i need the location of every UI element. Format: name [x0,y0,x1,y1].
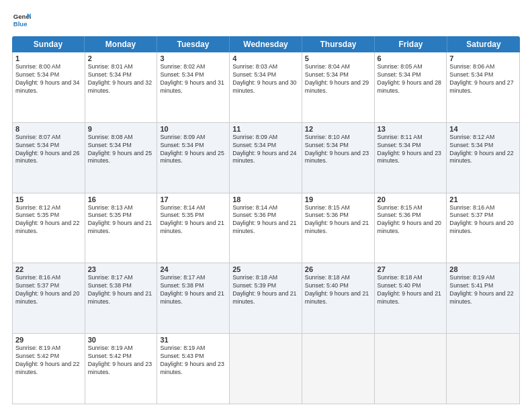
day-number: 6 [378,54,444,62]
calendar-cell: 12Sunrise: 8:10 AMSunset: 5:34 PMDayligh… [302,123,375,193]
calendar-cell: 2Sunrise: 8:01 AMSunset: 5:34 PMDaylight… [85,52,158,122]
header-day-monday: Monday [85,36,157,52]
calendar-cell: 18Sunrise: 8:14 AMSunset: 5:36 PMDayligh… [230,193,302,263]
calendar-cell: 21Sunrise: 8:16 AMSunset: 5:37 PMDayligh… [447,193,519,263]
cell-text: Sunrise: 8:19 AMSunset: 5:42 PMDaylight:… [15,345,82,377]
calendar: SundayMondayTuesdayWednesdayThursdayFrid… [12,36,520,404]
day-number: 16 [88,195,154,203]
cell-text: Sunrise: 8:17 AMSunset: 5:38 PMDaylight:… [88,274,154,306]
calendar-body: 1Sunrise: 8:00 AMSunset: 5:34 PMDaylight… [12,52,520,404]
day-number: 8 [15,125,82,133]
calendar-cell: 24Sunrise: 8:17 AMSunset: 5:38 PMDayligh… [157,263,230,333]
day-number: 11 [232,125,299,133]
cell-text: Sunrise: 8:11 AMSunset: 5:34 PMDaylight:… [378,134,444,166]
day-number: 2 [88,54,154,62]
calendar-cell: 19Sunrise: 8:15 AMSunset: 5:36 PMDayligh… [302,193,375,263]
calendar-cell: 3Sunrise: 8:02 AMSunset: 5:34 PMDaylight… [157,52,230,122]
day-number: 20 [378,195,444,203]
cell-text: Sunrise: 8:15 AMSunset: 5:36 PMDaylight:… [378,204,444,236]
calendar-cell: 9Sunrise: 8:08 AMSunset: 5:34 PMDaylight… [85,123,158,193]
calendar-cell [375,334,447,404]
calendar-week-2: 8Sunrise: 8:07 AMSunset: 5:34 PMDaylight… [13,123,519,193]
cell-text: Sunrise: 8:07 AMSunset: 5:34 PMDaylight:… [15,134,82,166]
day-number: 21 [449,195,517,203]
calendar-cell: 1Sunrise: 8:00 AMSunset: 5:34 PMDaylight… [13,52,85,122]
cell-text: Sunrise: 8:03 AMSunset: 5:34 PMDaylight:… [232,63,299,95]
day-number: 9 [88,125,154,133]
cell-text: Sunrise: 8:14 AMSunset: 5:36 PMDaylight:… [232,204,299,236]
calendar-cell: 6Sunrise: 8:05 AMSunset: 5:34 PMDaylight… [375,52,447,122]
day-number: 28 [449,265,517,273]
header-day-saturday: Saturday [447,36,520,52]
header: General Blue [12,11,520,30]
header-day-friday: Friday [375,36,447,52]
cell-text: Sunrise: 8:05 AMSunset: 5:34 PMDaylight:… [378,63,444,95]
logo: General Blue [12,11,31,30]
day-number: 22 [15,265,82,273]
cell-text: Sunrise: 8:12 AMSunset: 5:34 PMDaylight:… [449,134,517,166]
calendar-cell: 11Sunrise: 8:09 AMSunset: 5:34 PMDayligh… [230,123,302,193]
calendar-cell: 17Sunrise: 8:14 AMSunset: 5:35 PMDayligh… [157,193,230,263]
day-number: 10 [160,125,226,133]
calendar-cell: 25Sunrise: 8:18 AMSunset: 5:39 PMDayligh… [230,263,302,333]
calendar-cell: 27Sunrise: 8:18 AMSunset: 5:40 PMDayligh… [375,263,447,333]
day-number: 18 [232,195,299,203]
cell-text: Sunrise: 8:16 AMSunset: 5:37 PMDaylight:… [15,274,82,306]
cell-text: Sunrise: 8:14 AMSunset: 5:35 PMDaylight:… [160,204,226,236]
day-number: 5 [305,54,371,62]
day-number: 24 [160,265,226,273]
day-number: 23 [88,265,154,273]
calendar-cell: 13Sunrise: 8:11 AMSunset: 5:34 PMDayligh… [375,123,447,193]
calendar-cell: 5Sunrise: 8:04 AMSunset: 5:34 PMDaylight… [302,52,375,122]
calendar-week-3: 15Sunrise: 8:12 AMSunset: 5:35 PMDayligh… [13,193,519,264]
day-number: 3 [160,54,226,62]
cell-text: Sunrise: 8:09 AMSunset: 5:34 PMDaylight:… [232,134,299,166]
cell-text: Sunrise: 8:09 AMSunset: 5:34 PMDaylight:… [160,134,226,166]
calendar-cell [302,334,375,404]
day-number: 13 [378,125,444,133]
day-number: 1 [15,54,82,62]
day-number: 14 [449,125,517,133]
cell-text: Sunrise: 8:00 AMSunset: 5:34 PMDaylight:… [15,63,82,95]
calendar-cell: 23Sunrise: 8:17 AMSunset: 5:38 PMDayligh… [85,263,158,333]
day-number: 25 [232,265,299,273]
cell-text: Sunrise: 8:02 AMSunset: 5:34 PMDaylight:… [160,63,226,95]
day-number: 26 [305,265,371,273]
calendar-week-1: 1Sunrise: 8:00 AMSunset: 5:34 PMDaylight… [13,52,519,123]
page-container: General Blue SundayMondayTuesdayWednesda… [0,0,532,411]
calendar-header: SundayMondayTuesdayWednesdayThursdayFrid… [12,36,520,52]
cell-text: Sunrise: 8:17 AMSunset: 5:38 PMDaylight:… [160,274,226,306]
cell-text: Sunrise: 8:13 AMSunset: 5:35 PMDaylight:… [88,204,154,236]
calendar-cell: 10Sunrise: 8:09 AMSunset: 5:34 PMDayligh… [157,123,230,193]
calendar-cell: 7Sunrise: 8:06 AMSunset: 5:34 PMDaylight… [447,52,519,122]
calendar-cell: 26Sunrise: 8:18 AMSunset: 5:40 PMDayligh… [302,263,375,333]
calendar-cell [230,334,302,404]
logo-icon: General Blue [12,11,31,30]
day-number: 4 [232,54,299,62]
day-number: 12 [305,125,371,133]
cell-text: Sunrise: 8:16 AMSunset: 5:37 PMDaylight:… [449,204,517,236]
header-day-tuesday: Tuesday [157,36,230,52]
day-number: 27 [378,265,444,273]
cell-text: Sunrise: 8:08 AMSunset: 5:34 PMDaylight:… [88,134,154,166]
calendar-cell: 30Sunrise: 8:19 AMSunset: 5:42 PMDayligh… [85,334,158,404]
cell-text: Sunrise: 8:19 AMSunset: 5:42 PMDaylight:… [88,345,154,377]
calendar-cell: 8Sunrise: 8:07 AMSunset: 5:34 PMDaylight… [13,123,85,193]
day-number: 19 [305,195,371,203]
header-day-wednesday: Wednesday [230,36,302,52]
calendar-cell: 29Sunrise: 8:19 AMSunset: 5:42 PMDayligh… [13,334,85,404]
cell-text: Sunrise: 8:19 AMSunset: 5:41 PMDaylight:… [449,274,517,306]
calendar-cell: 15Sunrise: 8:12 AMSunset: 5:35 PMDayligh… [13,193,85,263]
day-number: 31 [160,336,226,344]
calendar-cell: 4Sunrise: 8:03 AMSunset: 5:34 PMDaylight… [230,52,302,122]
header-day-thursday: Thursday [302,36,375,52]
cell-text: Sunrise: 8:18 AMSunset: 5:40 PMDaylight:… [305,274,371,306]
calendar-week-5: 29Sunrise: 8:19 AMSunset: 5:42 PMDayligh… [13,334,519,404]
calendar-cell: 31Sunrise: 8:19 AMSunset: 5:43 PMDayligh… [157,334,230,404]
day-number: 7 [449,54,517,62]
cell-text: Sunrise: 8:12 AMSunset: 5:35 PMDaylight:… [15,204,82,236]
day-number: 30 [88,336,154,344]
calendar-cell: 16Sunrise: 8:13 AMSunset: 5:35 PMDayligh… [85,193,158,263]
calendar-cell: 22Sunrise: 8:16 AMSunset: 5:37 PMDayligh… [13,263,85,333]
cell-text: Sunrise: 8:06 AMSunset: 5:34 PMDaylight:… [449,63,517,95]
